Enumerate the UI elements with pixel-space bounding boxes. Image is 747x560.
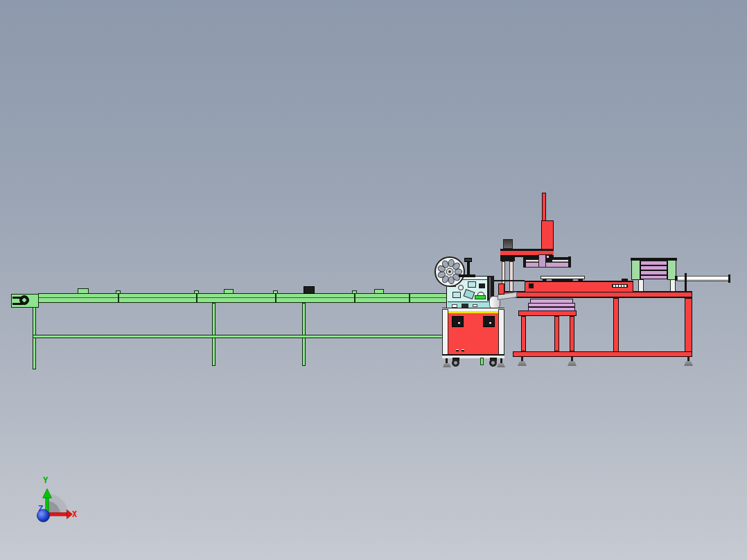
x-axis-label: X [72,509,78,519]
slide-motor-box [545,254,552,262]
conveyor-joint-tab [194,290,199,294]
band-detail [473,304,477,307]
table-foot-stem [687,357,689,362]
conveyor-sensor-bracket [304,286,315,294]
table-mid-post [613,298,619,352]
magazine-left-cap [631,260,640,280]
cabinet-vent [452,316,464,327]
caster-wheel [489,359,497,367]
cabinet-indicator [456,349,459,351]
cabinet-left-post [442,309,448,358]
cabinet-vent [483,316,495,327]
table-right-post [685,298,692,354]
gantry-post [542,193,546,222]
table-foot-pad [568,361,577,366]
conveyor-mount-block [78,288,89,294]
cad-viewport[interactable]: Z Y X [0,0,747,560]
subframe-leg [570,316,574,351]
conveyor-joint [196,294,197,302]
y-axis-label: Y [43,475,49,485]
conveyor-joint [354,294,355,302]
subframe-top-beam [518,310,577,316]
caster-wheel [452,359,459,367]
table-foot-stem [571,357,573,362]
origin-triad: Z Y X [21,471,90,527]
gantry-motor-cap [503,239,513,249]
magazine-leg [670,279,676,292]
machine-foot-pad [497,363,505,367]
tray-stack-plate [528,307,575,311]
cabinet-right-post [498,309,504,358]
feed-bed-button [529,283,534,288]
slide-body [525,262,570,268]
machine-foot-stem [446,358,448,363]
panel-detail [479,283,485,288]
feed-platform [541,276,585,279]
conveyor-joint [118,294,119,302]
film-reel [434,256,466,288]
feed-bed-tab [622,279,628,281]
machine-foot-stem [500,358,502,363]
conveyor-pulley [19,295,29,305]
reel-stand-bar [459,274,475,277]
conveyor-mount-block [374,289,384,294]
panel-detail [452,292,461,298]
z-axis-ball [37,509,50,522]
machine-green-stub [480,358,484,365]
table-foot-pad [684,361,693,366]
y-axis-arrowhead [43,489,52,498]
table-lower-beam [513,351,692,357]
gantry-leg [509,261,513,292]
conveyor-joint-tab [352,290,357,294]
x-axis-shaft [49,513,67,516]
conveyor-mount-block [224,289,234,294]
table-foot-pad [518,361,527,366]
slide-end-plate [523,256,526,268]
guide-rod-end-cap [728,274,730,283]
panel-column-highlight [489,277,491,298]
subframe-leg [521,316,526,351]
slide-end-plate [568,256,571,268]
machine-rear-part [498,283,504,295]
panel-green-part [475,295,486,299]
magazine-slats [640,261,667,279]
slide-motor-led [547,256,549,258]
conveyor-joint-tab [116,290,121,294]
conveyor-beam-seam [39,297,446,298]
conveyor-joint-tab [273,290,278,294]
conveyor-lower-rail [33,335,447,338]
feed-bed-scale [612,284,628,288]
reel-stand-cap [464,258,472,262]
table-foot-stem [521,357,523,362]
conveyor-joint [409,294,410,302]
panel-detail [464,289,475,299]
subframe-leg [554,316,559,351]
machine-foot-pad [443,363,451,367]
cabinet-indicator [462,349,464,351]
conveyor-beam [38,293,447,303]
conveyor-joint [275,294,276,302]
guide-rod-bracket [685,273,687,292]
magazine-leg [638,279,644,292]
panel-detail [468,281,476,288]
